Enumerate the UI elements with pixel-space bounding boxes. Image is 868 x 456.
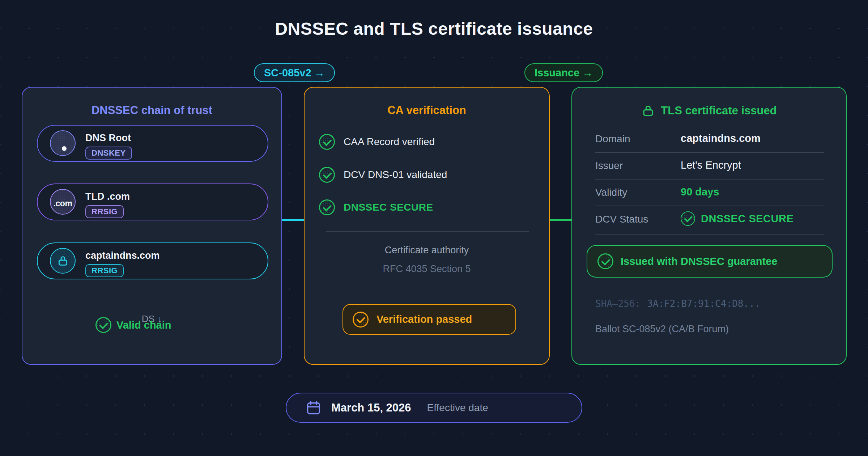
flow-badge-sc085v2: SC-085v2 →	[254, 63, 335, 82]
ca-check-label: DCV DNS-01 validated	[344, 169, 447, 181]
check-circle-icon	[319, 167, 335, 183]
chain-node-dns-root: DNS Root DNSKEY	[37, 125, 268, 162]
check-circle-icon	[353, 312, 369, 328]
cert-row-value: captaindns.com	[681, 132, 761, 144]
flow-badge-sc085v2-label: SC-085v2 →	[264, 67, 325, 79]
tld-com-icon-label: .com	[54, 198, 72, 208]
cert-row-divider	[595, 206, 824, 206]
cert-dcv-status-value: DNSSEC SECURE	[681, 211, 793, 226]
issued-with-dnssec-label: Issued with DNSSEC guarantee	[621, 256, 778, 267]
chain-node-name: DNS Root	[85, 132, 131, 144]
calendar-icon	[305, 400, 322, 416]
chain-node-name: TLD .com	[85, 191, 130, 202]
panel-ca-verification: CA verification CAA Record verified DCV …	[304, 87, 550, 365]
cert-row-value: 90 days	[681, 186, 719, 198]
tld-com-icon: .com	[50, 189, 76, 215]
chain-node-name: captaindns.com	[85, 250, 160, 261]
flow-badge-issuance: Issuance →	[524, 63, 603, 82]
dcv-status-text: DNSSEC SECURE	[701, 213, 793, 225]
ca-check-caa: CAA Record verified	[319, 134, 435, 150]
issued-with-dnssec-badge: Issued with DNSSEC guarantee	[587, 245, 833, 278]
cert-row-divider	[595, 234, 824, 235]
ca-subtitle: Certificate authority	[305, 245, 549, 256]
cert-row-divider	[595, 152, 824, 153]
ca-check-dnssec: DNSSEC SECURE	[319, 199, 433, 215]
panel-tls-certificate-title: TLS certificate issued	[572, 104, 846, 118]
sha256-label: SHA–256:	[595, 298, 641, 309]
ballot-reference: Ballot SC-085v2 (CA/B Forum)	[595, 324, 729, 335]
panel-dnssec-chain-title: DNSSEC chain of trust	[22, 104, 281, 117]
verification-passed-label: Verification passed	[376, 313, 472, 325]
verification-passed-badge: Verification passed	[342, 304, 516, 335]
sha256-value: 3A:F2:B7:91:C4:D8...	[647, 298, 760, 309]
chain-node-captaindns: captaindns.com RRSIG	[37, 242, 268, 279]
check-circle-icon	[95, 317, 111, 333]
sha256-fingerprint: SHA–256:3A:F2:B7:91:C4:D8...	[595, 298, 760, 309]
check-circle-icon	[597, 253, 613, 269]
dnskey-tag-label: DNSKEY	[92, 148, 126, 158]
tls-title-text: TLS certificate issued	[661, 104, 776, 117]
cert-row-label: Issuer	[595, 160, 623, 172]
captaindns-lock-circle	[50, 248, 76, 274]
ca-divider	[326, 231, 529, 232]
lock-icon	[57, 255, 69, 267]
cert-row-divider	[595, 179, 824, 180]
ca-reference: RFC 4035 Section 5	[305, 263, 549, 275]
cert-row-label: Domain	[595, 133, 630, 145]
page-title: DNSSEC and TLS certificate issuance	[0, 19, 868, 39]
connector-ca-to-cert	[550, 219, 571, 221]
flow-badge-issuance-label: Issuance →	[535, 67, 593, 79]
diagram-canvas: DNSSEC and TLS certificate issuance SC-0…	[0, 0, 868, 456]
dnskey-tag: DNSKEY	[85, 147, 132, 160]
effective-date-label: Effective date	[427, 402, 488, 414]
valid-chain-label: Valid chain	[116, 319, 171, 331]
chain-node-tld-com: .com TLD .com RRSIG	[37, 183, 268, 220]
root-zone-dot-icon	[62, 146, 67, 151]
rrsig-tag-label: RRSIG	[92, 207, 118, 216]
check-circle-icon	[319, 199, 335, 215]
ca-check-label: CAA Record verified	[344, 136, 435, 148]
check-circle-icon	[681, 211, 695, 226]
rrsig-tag-label: RRSIG	[92, 266, 118, 275]
panel-tls-certificate: TLS certificate issued Domain captaindns…	[571, 87, 847, 365]
cert-row-label: DCV Status	[595, 214, 648, 225]
rrsig-tag: RRSIG	[85, 205, 124, 218]
cert-row-value: Let's Encrypt	[681, 159, 741, 171]
dns-root-icon	[50, 130, 76, 156]
panel-dnssec-chain: DNSSEC chain of trust DNS Root DNSKEY DS…	[22, 87, 282, 365]
effective-date-pill: March 15, 2026 Effective date	[286, 393, 582, 423]
lock-icon	[641, 104, 655, 118]
ca-check-dcv: DCV DNS-01 validated	[319, 167, 447, 183]
check-circle-icon	[319, 134, 335, 150]
panel-ca-verification-title: CA verification	[305, 104, 549, 117]
connector-chain-to-ca	[282, 219, 304, 221]
rrsig-tag: RRSIG	[85, 264, 124, 277]
cert-row-label: Validity	[595, 187, 627, 198]
ca-check-label: DNSSEC SECURE	[344, 202, 433, 213]
effective-date-value: March 15, 2026	[331, 401, 411, 414]
valid-chain-status: Valid chain	[95, 317, 171, 333]
